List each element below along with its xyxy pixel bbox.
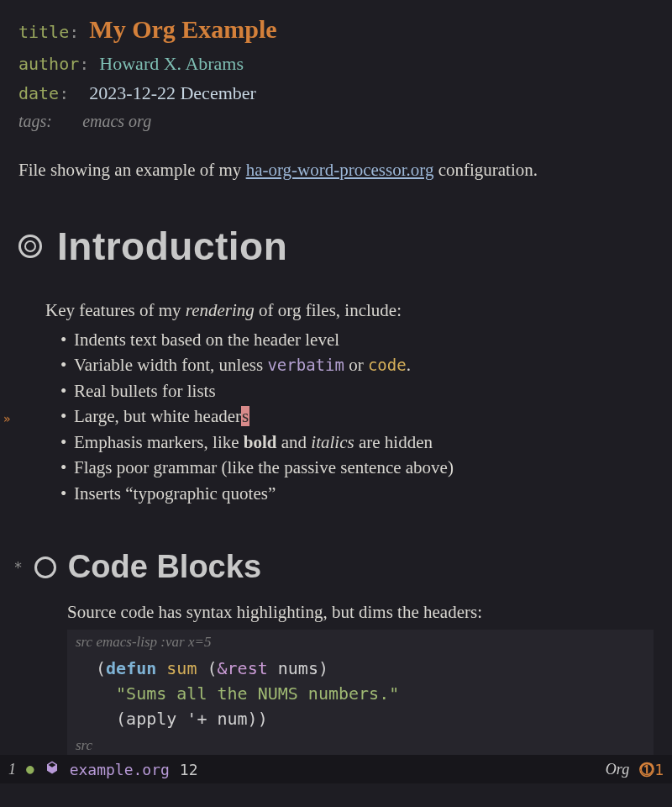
list-item: Indents text based on the header level — [60, 327, 654, 352]
meta-author-line: author: Howard X. Abrams — [18, 50, 654, 77]
src-intro-text: Source code has syntax highlighting, but… — [67, 599, 654, 626]
meta-date-value: 2023-12-22 December — [89, 82, 256, 103]
intro-paragraph: File showing an example of my ha-org-wor… — [18, 157, 654, 184]
code-blocks-body: Source code has syntax highlighting, but… — [67, 599, 654, 758]
src-block[interactable]: src emacs-lisp :var x=5 (defun sum (&res… — [67, 630, 654, 758]
modeline[interactable]: 1 ● example.org 12 Org ⓵1 — [0, 755, 672, 783]
list-item: Variable width font, unless verbatim or … — [60, 352, 654, 377]
heading-introduction-text: Introduction — [57, 218, 287, 276]
docstring: "Sums all the NUMS numbers." — [96, 683, 399, 704]
meta-colon: : — [59, 83, 69, 103]
src-code[interactable]: (defun sum (&rest nums) "Sums all the NU… — [76, 652, 645, 735]
intro-post: configuration. — [433, 160, 538, 180]
introduction-body: Key features of my rendering of org file… — [45, 298, 654, 507]
meta-tags-line: tags: emacs org — [18, 108, 654, 134]
meta-tags-value: emacs org — [82, 112, 151, 130]
meta-tags-key: tags: — [18, 112, 52, 130]
list-item: Inserts “typographic quotes” — [60, 481, 654, 506]
features-list: Indents text based on the header level V… — [60, 327, 654, 506]
code-text: code — [368, 356, 407, 374]
meta-date-line: date: 2023-12-22 December — [18, 79, 654, 107]
warning-count: 1 — [654, 761, 664, 778]
meta-title-value: My Org Example — [89, 15, 276, 43]
heading-bullet-icon — [18, 235, 42, 258]
bold-text: bold — [244, 432, 277, 452]
warning-icon: ⓵ — [639, 761, 654, 778]
intro-pre: File showing an example of my — [18, 160, 246, 180]
heading-code-blocks-text: Code Blocks — [68, 543, 261, 591]
meta-colon: : — [69, 22, 79, 42]
keyword-rest: &rest — [218, 658, 268, 678]
minibuffer[interactable] — [0, 783, 672, 807]
features-lead-italic: rendering — [186, 300, 255, 320]
meta-author-key: author — [18, 54, 79, 74]
flycheck-indicator[interactable]: ⓵1 — [639, 758, 664, 781]
list-item: Real bullets for lists — [60, 378, 654, 404]
buffer-content[interactable]: title: My Org Example author: Howard X. … — [0, 0, 672, 758]
cursor-position: 12 — [180, 758, 198, 781]
text-cursor: s — [241, 406, 249, 426]
list-item: Large, but white headers — [60, 404, 654, 429]
meta-date-key: date — [18, 83, 59, 103]
config-link[interactable]: ha-org-word-processor.org — [246, 160, 434, 180]
features-lead: Key features of my rendering of org file… — [45, 298, 654, 324]
window-number: 1 — [8, 758, 16, 781]
major-mode[interactable]: Org — [606, 758, 629, 781]
heading-introduction[interactable]: Introduction — [18, 218, 654, 276]
heading-bullet-icon — [34, 556, 56, 578]
modified-indicator-icon: ● — [26, 759, 34, 779]
fringe-cursor-marker: » — [3, 410, 10, 428]
heading-code-blocks[interactable]: * Code Blocks — [13, 543, 654, 591]
src-end-line: src — [76, 735, 645, 757]
meta-author-value: Howard X. Abrams — [99, 53, 244, 74]
function-name: sum — [166, 658, 197, 678]
left-fringe: » — [0, 0, 15, 807]
buffer-filename[interactable]: example.org — [70, 758, 170, 781]
buffer-icon — [45, 758, 60, 781]
verbatim-text: verbatim — [267, 356, 344, 374]
italic-text: italics — [311, 432, 354, 452]
meta-colon: : — [79, 54, 89, 74]
list-item: Flags poor grammar (like the passive sen… — [60, 455, 654, 480]
list-item: Emphasis markers, like bold and italics … — [60, 430, 654, 455]
keyword-defun: defun — [106, 658, 156, 678]
meta-title-line: title: My Org Example — [18, 10, 654, 48]
src-begin-line: src emacs-lisp :var x=5 — [76, 631, 645, 653]
meta-title-key: title — [18, 22, 69, 42]
